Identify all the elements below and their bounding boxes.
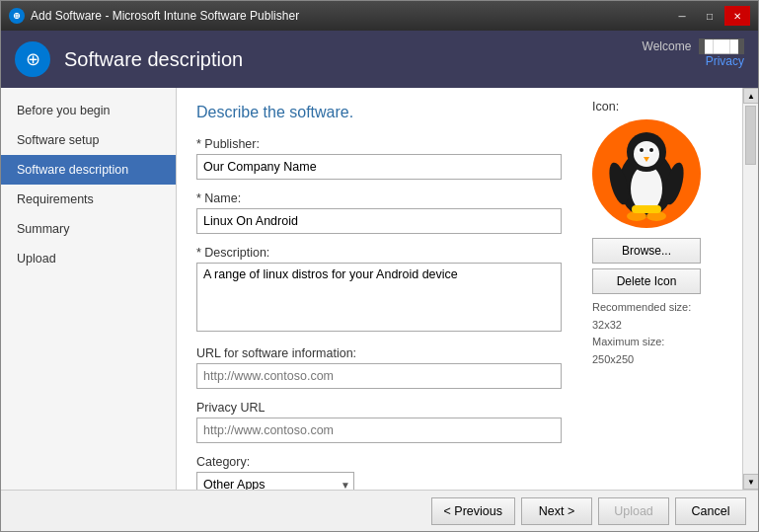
privacy-url-input[interactable] (196, 418, 562, 443)
publisher-input[interactable] (196, 154, 562, 180)
category-label: Category: (196, 455, 565, 469)
browse-button[interactable]: Browse... (592, 238, 701, 264)
scroll-down-button[interactable]: ▼ (743, 474, 758, 490)
name-field-group: * Name: (196, 191, 565, 234)
previous-button[interactable]: < Previous (431, 497, 515, 525)
user-name: ████ (699, 38, 744, 54)
header-bar: ⊕ Software description Welcome ████ Priv… (1, 31, 758, 88)
category-select[interactable]: Other Apps Business Education Entertainm… (196, 472, 354, 490)
scrollbar-track: ▲ ▼ (742, 88, 758, 490)
description-field-group: * Description: (196, 246, 565, 335)
welcome-text: Welcome (643, 39, 692, 53)
form-section: Describe the software. * Publisher: * Na… (177, 88, 584, 490)
title-bar: ⊕ Add Software - Microsoft Intune Softwa… (1, 1, 758, 31)
app-window: ⊕ Add Software - Microsoft Intune Softwa… (0, 0, 759, 532)
svg-point-3 (634, 141, 659, 167)
content-area: Describe the software. * Publisher: * Na… (177, 88, 758, 490)
icon-preview (592, 119, 701, 228)
close-button[interactable]: ✕ (724, 6, 750, 26)
category-select-container: Other Apps Business Education Entertainm… (196, 472, 354, 490)
category-field-group: Category: Other Apps Business Education … (196, 455, 565, 490)
next-button[interactable]: Next > (521, 497, 592, 525)
minimize-button[interactable]: ─ (669, 6, 695, 26)
name-input[interactable] (196, 208, 562, 234)
footer: < Previous Next > Upload Cancel (1, 490, 758, 531)
app-icon: ⊕ (9, 8, 25, 24)
title-bar-controls: ─ □ ✕ (669, 6, 750, 26)
svg-rect-13 (632, 205, 661, 213)
window-title: Add Software - Microsoft Intune Software… (31, 9, 299, 23)
url-info-input[interactable] (196, 363, 562, 389)
sidebar-item-software-description[interactable]: Software description (1, 155, 176, 185)
privacy-link[interactable]: Privacy (643, 54, 744, 68)
privacy-url-label: Privacy URL (196, 401, 565, 415)
svg-point-6 (640, 148, 644, 152)
name-label: * Name: (196, 191, 565, 205)
cancel-button[interactable]: Cancel (675, 497, 746, 525)
sidebar-item-requirements[interactable]: Requirements (1, 185, 176, 214)
sidebar-item-software-setup[interactable]: Software setup (1, 125, 176, 155)
penguin-icon (602, 124, 691, 223)
svg-point-1 (631, 165, 662, 212)
upload-button[interactable]: Upload (598, 497, 669, 525)
section-heading: Describe the software. (196, 104, 565, 121)
icon-size-info: Recommended size: 32x32 Maximum size: 25… (592, 299, 730, 368)
sidebar-item-summary[interactable]: Summary (1, 214, 176, 244)
url-info-label: URL for software information: (196, 346, 565, 360)
maximize-button[interactable]: □ (697, 6, 722, 26)
title-bar-left: ⊕ Add Software - Microsoft Intune Softwa… (9, 8, 299, 24)
description-label: * Description: (196, 246, 565, 260)
sidebar-item-upload[interactable]: Upload (1, 244, 176, 273)
icon-label: Icon: (592, 100, 730, 114)
privacy-url-field-group: Privacy URL (196, 401, 565, 443)
sidebar-item-before-you-begin[interactable]: Before you begin (1, 96, 176, 125)
url-info-field-group: URL for software information: (196, 346, 565, 389)
scroll-up-button[interactable]: ▲ (743, 88, 758, 104)
scrollbar-thumb[interactable] (745, 106, 756, 165)
sidebar: Before you begin Software setup Software… (1, 88, 177, 490)
header-logo-icon: ⊕ (15, 41, 50, 77)
delete-icon-button[interactable]: Delete Icon (592, 268, 701, 294)
icon-section: Icon: (584, 88, 742, 490)
main-content: Before you begin Software setup Software… (1, 88, 758, 490)
description-textarea[interactable] (196, 263, 562, 332)
publisher-label: * Publisher: (196, 137, 565, 151)
publisher-field-group: * Publisher: (196, 137, 565, 180)
header-right: Welcome ████ Privacy (643, 38, 744, 68)
header-title: Software description (64, 48, 243, 71)
svg-point-7 (649, 148, 653, 152)
